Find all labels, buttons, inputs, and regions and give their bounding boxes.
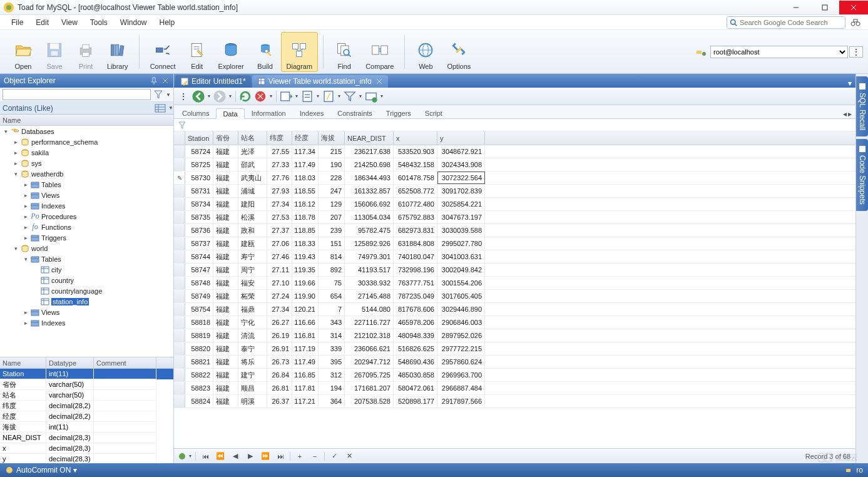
expander-icon[interactable]: ▾ <box>23 256 29 262</box>
misc-button[interactable] <box>364 90 378 103</box>
script-button[interactable] <box>322 90 335 103</box>
compare-button[interactable]: Compare <box>360 32 399 72</box>
expander-icon[interactable]: ▸ <box>23 213 29 220</box>
tree-node[interactable]: country <box>0 275 173 285</box>
column-row[interactable]: ydecimal(28,3) <box>0 454 173 463</box>
nav-first-button[interactable]: ⏮ <box>200 451 211 462</box>
nav-next-button[interactable]: ▶ <box>245 451 256 462</box>
expander-icon[interactable]: ▸ <box>23 192 29 198</box>
object-filter-input[interactable] <box>3 89 151 100</box>
nav-prev-button[interactable]: ◀ <box>230 451 241 462</box>
col-hdr-name[interactable]: Name <box>0 357 46 368</box>
table-row[interactable]: 58747福建周宁27.11119.3589241193.517732998.1… <box>174 264 855 277</box>
nav-fwd-button[interactable] <box>213 90 227 103</box>
col-hdr-comment[interactable]: Comment <box>94 357 156 368</box>
tree-node[interactable]: ▾Databases <box>0 126 173 136</box>
explorer-button[interactable]: Explorer <box>213 32 250 72</box>
tree-node[interactable]: ▸Triggers <box>0 232 173 243</box>
maximize-button[interactable] <box>810 1 839 14</box>
connection-ellipsis[interactable]: ⋮ <box>849 46 863 58</box>
editor-tab[interactable]: Editor Untitled1* <box>175 75 251 88</box>
filter-dropdown-icon[interactable]: ▼ <box>166 92 171 98</box>
search-input[interactable] <box>740 19 842 26</box>
column-row[interactable]: NEAR_DISTdecimal(28,3) <box>0 433 173 443</box>
tree-node[interactable]: ▾weatherdb <box>0 168 173 179</box>
connection-dropdown[interactable]: root@localhost <box>710 46 848 58</box>
col-header[interactable]: 纬度 <box>267 131 292 145</box>
tree-node[interactable]: ▸PoProcedures <box>0 211 173 222</box>
library-button[interactable]: Library <box>101 32 134 72</box>
web-button[interactable]: Web <box>410 32 441 72</box>
autocommit-label[interactable]: AutoCommit ON <box>16 466 71 474</box>
column-row[interactable]: 纬度decimal(28,2) <box>0 401 173 411</box>
table-row[interactable]: 58754福建福鼎27.34120.2175144.080817678.6063… <box>174 303 855 316</box>
filter-button[interactable] <box>343 90 357 103</box>
tabs-dropdown-icon[interactable]: ▾ <box>844 79 855 88</box>
expander-icon[interactable]: ▸ <box>13 160 19 167</box>
diagram-button[interactable]: Diagram <box>281 32 319 72</box>
tab-indexes[interactable]: Indexes <box>293 108 331 118</box>
tree-node[interactable]: ▸sakila <box>0 147 173 158</box>
menu-view[interactable]: View <box>55 17 84 28</box>
menu-tools[interactable]: Tools <box>84 17 114 28</box>
export-button[interactable] <box>279 90 293 103</box>
close-button[interactable] <box>839 1 868 14</box>
search-box[interactable] <box>727 16 845 29</box>
table-row[interactable]: 58820福建泰宁26.91117.19339236066.621516826.… <box>174 342 855 356</box>
table-row[interactable]: 58824福建明溪26.37117.21364207538.528520898.… <box>174 395 855 408</box>
tab-constraints[interactable]: Constraints <box>330 108 379 118</box>
column-row[interactable]: 省份varchar(50) <box>0 379 173 390</box>
tab-information[interactable]: Information <box>245 108 293 118</box>
expander-icon[interactable]: ▾ <box>13 245 19 252</box>
menu-window[interactable]: Window <box>114 17 153 28</box>
open-button[interactable]: Open <box>8 32 39 72</box>
nav-back-button[interactable] <box>191 90 205 103</box>
table-row[interactable]: 58730福建武夷山27.76118.03228186344.493601478… <box>174 172 855 185</box>
connect-button[interactable]: Connect <box>145 32 181 72</box>
expander-icon[interactable]: ▸ <box>23 224 29 230</box>
expander-icon[interactable]: ▸ <box>13 139 19 145</box>
table-row[interactable]: 58821福建将乐26.73117.49395202947.712548690.… <box>174 356 855 369</box>
table-row[interactable]: 58735福建松溪27.53118.78207113054.034675792.… <box>174 211 855 224</box>
table-row[interactable]: 58748福建福安27.10119.667530338.932763777.75… <box>174 277 855 290</box>
expander-icon[interactable]: ▸ <box>23 320 29 326</box>
expander-icon[interactable]: ▸ <box>23 235 29 241</box>
col-header[interactable]: NEAR_DIST <box>345 131 394 145</box>
expander-icon[interactable]: ▸ <box>13 150 19 156</box>
tree-node[interactable]: ▾world <box>0 243 173 254</box>
tree-node[interactable]: ▸foFunctions <box>0 222 173 232</box>
col-header[interactable]: 海拔 <box>319 131 345 145</box>
commit-button[interactable]: ✓ <box>329 451 340 462</box>
add-row-button[interactable]: + <box>294 451 305 462</box>
menu-help[interactable]: Help <box>153 17 181 28</box>
menu-file[interactable]: File <box>5 17 29 28</box>
pin-icon[interactable] <box>150 76 158 85</box>
minimize-button[interactable] <box>782 1 810 14</box>
tree-name-header[interactable]: Name <box>0 115 173 126</box>
table-row[interactable]: 58731福建浦城27.93118.55247161332.857652508.… <box>174 185 855 198</box>
expander-icon[interactable]: ▸ <box>23 309 29 315</box>
table-row[interactable]: 58818福建宁化26.27116.66343227116.727465978.… <box>174 316 855 329</box>
menu-edit[interactable]: Edit <box>29 17 55 28</box>
report-button[interactable] <box>300 90 314 103</box>
col-header[interactable]: 省份 <box>213 131 238 145</box>
col-header[interactable]: Station <box>185 131 213 145</box>
table-row[interactable]: 58744福建寿宁27.46119.4381474979.301740180.0… <box>174 250 855 264</box>
nav-nextpage-button[interactable]: ⏩ <box>260 451 271 462</box>
tree-node[interactable]: countrylanguage <box>0 285 173 296</box>
col-header[interactable]: 站名 <box>238 131 267 145</box>
tab-triggers[interactable]: Triggers <box>379 108 418 118</box>
tree-node[interactable]: station_info <box>0 296 173 307</box>
grid-view-icon[interactable] <box>155 104 166 113</box>
tab-columns[interactable]: Columns <box>175 108 216 118</box>
tree-node[interactable]: ▸sys <box>0 158 173 168</box>
rollback-button[interactable]: ✕ <box>344 451 355 462</box>
table-row[interactable]: 58725福建邵武27.33117.49190214250.698548432.… <box>174 158 855 172</box>
column-row[interactable]: 经度decimal(28,2) <box>0 411 173 422</box>
binoculars-icon[interactable] <box>850 18 860 28</box>
tab-script[interactable]: Script <box>418 108 449 118</box>
tree-node[interactable]: ▸Indexes <box>0 200 173 211</box>
viewer-tab[interactable]: Viewer Table world.station_info <box>252 75 388 88</box>
cancel-button[interactable] <box>253 90 267 103</box>
remove-row-button[interactable]: − <box>309 451 320 462</box>
